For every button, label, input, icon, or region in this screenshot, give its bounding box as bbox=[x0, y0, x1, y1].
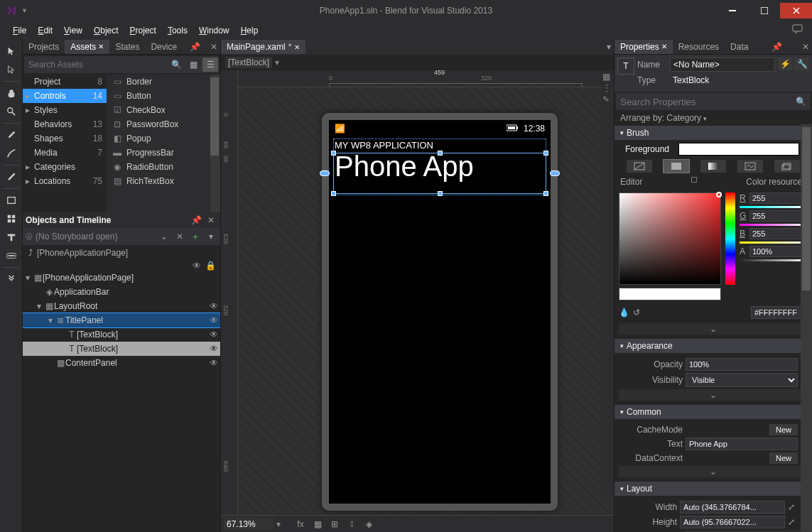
resource-brush-tab[interactable] bbox=[774, 160, 800, 173]
storyboard-new-icon[interactable]: ＋ bbox=[189, 231, 202, 243]
button-tool[interactable] bbox=[1, 247, 21, 264]
asset-item[interactable]: ▬ProgressBar bbox=[107, 146, 220, 160]
assets-cat-project[interactable]: Project8 bbox=[23, 75, 107, 89]
expand-common[interactable]: ⌄ bbox=[619, 466, 808, 477]
tab-states[interactable]: States bbox=[109, 40, 145, 54]
assets-cat-media[interactable]: Media7 bbox=[23, 146, 107, 160]
b-input[interactable] bbox=[749, 228, 808, 239]
tab-resources[interactable]: Resources bbox=[673, 40, 725, 54]
textblock-selection[interactable] bbox=[333, 153, 546, 194]
expand-appearance[interactable]: ⌄ bbox=[619, 389, 808, 401]
menu-window[interactable]: Window bbox=[193, 23, 235, 38]
pin-icon[interactable]: 📌 bbox=[188, 215, 205, 225]
asset-item[interactable]: ▭Button bbox=[107, 89, 220, 103]
selection-tool[interactable] bbox=[1, 43, 21, 60]
annotations-toggle[interactable]: ◈ bbox=[362, 518, 376, 531]
expand-brush[interactable]: ⌄ bbox=[619, 323, 808, 335]
snap-grid-icon[interactable]: ▦ bbox=[602, 72, 612, 82]
assets-cat-shapes[interactable]: Shapes18 bbox=[23, 131, 107, 146]
reset-icon[interactable]: ⤢ bbox=[788, 517, 799, 527]
category-appearance[interactable]: ▾Appearance bbox=[615, 339, 812, 353]
editor-tab[interactable]: Editor bbox=[620, 177, 642, 187]
a-input[interactable] bbox=[749, 246, 808, 257]
visibility-toggle[interactable]: 👁 bbox=[207, 301, 220, 311]
obj-textblock1[interactable]: T [TextBlock] 👁 bbox=[23, 327, 220, 342]
doc-tab-mainpage[interactable]: MainPage.xaml* ✕ bbox=[221, 40, 305, 54]
doc-menu-icon[interactable]: ▾ bbox=[604, 42, 614, 52]
list-view-button[interactable]: ☰ bbox=[202, 58, 218, 72]
visibility-toggle[interactable]: 👁 bbox=[207, 330, 220, 340]
scope-indicator[interactable]: ⤴ [PhoneApplicationPage] bbox=[23, 245, 220, 261]
direct-select-tool[interactable] bbox=[1, 61, 21, 78]
close-tab-icon[interactable]: ✕ bbox=[98, 43, 104, 50]
tab-projects[interactable]: Projects bbox=[23, 40, 65, 54]
menu-edit[interactable]: Edit bbox=[32, 23, 58, 38]
close-tab-icon[interactable]: ✕ bbox=[661, 43, 667, 50]
arrange-by[interactable]: Arrange by: Category ▾ bbox=[615, 112, 812, 124]
close-button[interactable] bbox=[780, 3, 812, 18]
asset-item[interactable]: ☑CheckBox bbox=[107, 103, 220, 117]
category-layout[interactable]: ▾Layout bbox=[615, 482, 812, 496]
no-brush-tab[interactable] bbox=[627, 160, 652, 173]
maximize-button[interactable] bbox=[748, 3, 780, 18]
assets-cat-styles[interactable]: ▸Styles bbox=[23, 103, 107, 117]
grid-toggle[interactable]: ▦ bbox=[310, 518, 325, 531]
menu-object[interactable]: Object bbox=[88, 23, 124, 38]
asset-item[interactable]: ◉RadioButton bbox=[107, 160, 220, 174]
feedback-icon[interactable] bbox=[792, 23, 806, 38]
obj-applicationbar[interactable]: ◈ ApplicationBar bbox=[23, 285, 220, 299]
menu-help[interactable]: Help bbox=[235, 23, 264, 38]
tab-device[interactable]: Device bbox=[145, 40, 183, 54]
editor-marker[interactable] bbox=[691, 177, 697, 183]
effects-toggle[interactable]: fx bbox=[293, 518, 308, 531]
storyboard-options-icon[interactable]: ▾ bbox=[205, 232, 217, 241]
eyedropper-icon[interactable]: 💧 bbox=[619, 308, 630, 317]
grid-tool[interactable] bbox=[1, 210, 21, 227]
pan-tool[interactable] bbox=[1, 85, 21, 102]
hue-slider[interactable] bbox=[725, 192, 735, 285]
obj-titlepanel[interactable]: ▾≣ TitlePanel 👁 bbox=[23, 313, 220, 327]
obj-contentpanel[interactable]: ▦ ContentPanel 👁 bbox=[23, 356, 220, 370]
text-input[interactable] bbox=[686, 438, 798, 450]
prev-color-icon[interactable]: ↺ bbox=[633, 308, 644, 317]
cachemode-new-button[interactable]: New bbox=[769, 424, 798, 435]
storyboard-close-icon[interactable]: ✕ bbox=[173, 232, 186, 241]
storyboard-target-icon[interactable]: ⦾ bbox=[26, 232, 33, 241]
height-input[interactable] bbox=[680, 516, 785, 528]
assets-cat-locations[interactable]: ▸Locations75 bbox=[23, 174, 107, 188]
close-icon[interactable]: ✕ bbox=[205, 215, 217, 225]
asset-item[interactable]: ▭Border bbox=[107, 75, 220, 89]
hex-input[interactable] bbox=[751, 306, 808, 319]
pin-icon[interactable]: 📌 bbox=[769, 42, 785, 52]
brush-tool[interactable] bbox=[1, 126, 21, 143]
scrollbar[interactable] bbox=[210, 75, 220, 212]
pin-icon[interactable]: 📌 bbox=[187, 42, 203, 52]
obj-layoutroot[interactable]: ▾▦ LayoutRoot 👁 bbox=[23, 299, 220, 313]
properties-search-input[interactable] bbox=[616, 97, 791, 107]
assets-search-input[interactable] bbox=[24, 60, 168, 70]
snaplines-toggle[interactable]: ⫱ bbox=[345, 518, 359, 531]
zoom-level[interactable]: 67.13% bbox=[224, 518, 274, 531]
close-tab-icon[interactable]: ✕ bbox=[294, 43, 300, 51]
brush-foreground-row[interactable]: Foreground bbox=[619, 143, 808, 156]
tab-properties[interactable]: Properties✕ bbox=[615, 40, 673, 54]
zoom-tool[interactable] bbox=[1, 103, 21, 120]
asset-item[interactable]: ▤RichTextBox bbox=[107, 174, 220, 188]
app-menu-chevron-icon[interactable]: ▼ bbox=[21, 7, 28, 14]
obj-phoneapppage[interactable]: ▾▦ [PhoneApplicationPage] bbox=[23, 271, 220, 285]
tab-assets[interactable]: Assets✕ bbox=[65, 40, 109, 54]
grid-view-button[interactable]: ▦ bbox=[185, 58, 201, 72]
annotations-icon[interactable]: ✎ bbox=[602, 94, 612, 104]
breadcrumb-drop-icon[interactable]: ▾ bbox=[275, 58, 279, 67]
assets-chevron-tool[interactable] bbox=[1, 271, 21, 288]
snap-toggle[interactable]: ⊞ bbox=[327, 518, 342, 531]
scrollbar[interactable] bbox=[801, 124, 812, 532]
assets-cat-controls[interactable]: ▸Controls14 bbox=[23, 89, 107, 103]
menu-project[interactable]: Project bbox=[124, 23, 162, 38]
visibility-select[interactable]: Visible bbox=[686, 373, 798, 387]
assets-cat-categories[interactable]: ▸Categories bbox=[23, 160, 107, 174]
foreground-swatch[interactable] bbox=[678, 143, 799, 156]
scope-up-icon[interactable]: ⤴ bbox=[28, 248, 33, 258]
close-panel-icon[interactable]: ✕ bbox=[207, 42, 220, 52]
eyedropper-tool[interactable] bbox=[1, 168, 21, 185]
